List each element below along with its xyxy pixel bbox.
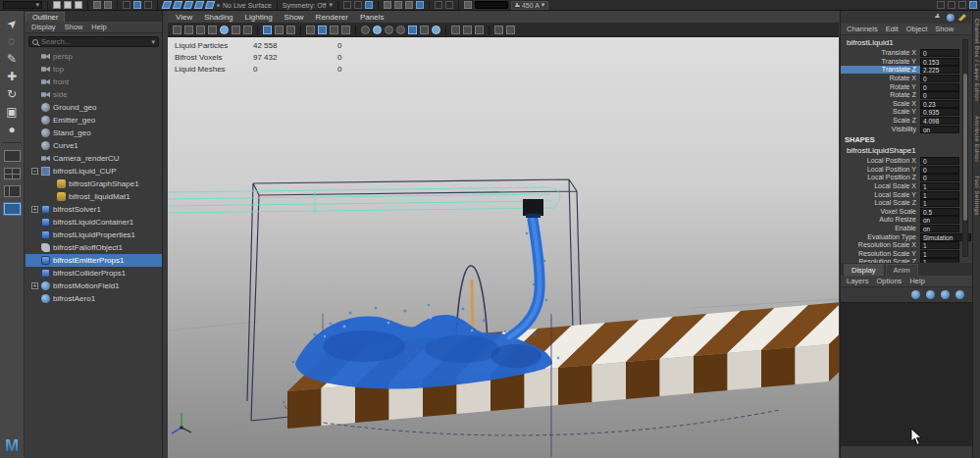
2d-pan-zoom-icon[interactable]: [232, 25, 240, 34]
ipr-render-icon[interactable]: [405, 1, 413, 9]
channel-row[interactable]: Local Position Y 0: [841, 166, 971, 175]
symmetry-dropdown[interactable]: Symmetry: Off: [283, 2, 327, 9]
channel-row[interactable]: Evaluation Type Simulation: [841, 232, 971, 241]
channel-row[interactable]: Auto Resize on: [841, 216, 971, 225]
layout-outliner-persp[interactable]: [4, 185, 21, 197]
layer-editor-menu-item[interactable]: Options: [877, 277, 903, 285]
search-input[interactable]: [41, 37, 148, 46]
channel-row[interactable]: Local Position Z 0: [841, 174, 971, 182]
new-scene-icon[interactable]: [53, 1, 61, 9]
expand-toggle-icon[interactable]: [47, 180, 54, 187]
menu-set-dropdown[interactable]: ▾: [3, 1, 42, 9]
shaded-icon[interactable]: [373, 25, 382, 34]
channel-row[interactable]: Local Scale Z 1: [841, 199, 971, 208]
expand-toggle-icon[interactable]: [31, 155, 38, 162]
image-plane-icon[interactable]: [220, 25, 229, 34]
move-layer-up-icon[interactable]: [941, 290, 950, 299]
node-name[interactable]: bifrostLiquid1: [841, 37, 971, 49]
channel-value-field[interactable]: 0.23: [920, 100, 959, 108]
grid-icon[interactable]: [263, 25, 272, 34]
channel-label[interactable]: Resolution Scale X: [841, 241, 920, 249]
outliner-item[interactable]: Stand_geo: [26, 127, 162, 139]
viewport-canvas[interactable]: Liquid Particles 42 558 0 Bifrost Voxels…: [168, 37, 839, 458]
inflow-tube-wireframe[interactable]: [168, 187, 560, 213]
pencil-icon[interactable]: [958, 14, 966, 22]
bookmark-icon[interactable]: [208, 25, 217, 34]
snap-to-point-icon[interactable]: [183, 1, 194, 9]
expand-toggle-icon[interactable]: [31, 117, 38, 124]
outliner-item[interactable]: bifrostEmitterProps1: [26, 254, 162, 267]
channel-row[interactable]: Visibility on: [841, 125, 971, 133]
channel-label[interactable]: Enable: [841, 225, 920, 232]
sep7[interactable]: [458, 1, 459, 10]
outliner-item[interactable]: − bifrostLiquid_CUP: [26, 165, 162, 178]
xray-icon[interactable]: [463, 25, 472, 34]
sepC[interactable]: [355, 25, 356, 35]
outliner-item[interactable]: Curve1: [26, 139, 162, 152]
workspace-icon[interactable]: [937, 1, 945, 9]
outliner-item[interactable]: top: [26, 63, 162, 76]
undo-icon[interactable]: [93, 1, 101, 9]
expand-toggle-icon[interactable]: +: [31, 282, 38, 289]
channel-value-field[interactable]: 0: [920, 91, 959, 99]
outliner-item[interactable]: front: [26, 76, 162, 88]
channel-row[interactable]: Local Scale X 1: [841, 182, 971, 191]
expand-toggle-icon[interactable]: [47, 193, 54, 200]
select-by-object-icon[interactable]: [133, 1, 141, 9]
channel-value-field[interactable]: 2.225: [920, 66, 959, 74]
viewport-menu-item[interactable]: View: [176, 13, 192, 22]
channel-label[interactable]: Evaluation Type: [841, 233, 920, 241]
outliner-item[interactable]: side: [26, 88, 162, 101]
snap-to-projected-center-icon[interactable]: [194, 1, 205, 9]
shape-node-name[interactable]: bifrostLiquidShape1: [841, 145, 971, 157]
camera-attributes-icon[interactable]: [196, 25, 205, 34]
expand-toggle-icon[interactable]: [31, 270, 38, 277]
frame-field[interactable]: [475, 1, 508, 9]
sep6[interactable]: [429, 1, 430, 10]
layer-editor-menu-item[interactable]: Help: [909, 277, 924, 285]
vertical-panel-tab[interactable]: Channel Box / Layer Editor: [974, 19, 980, 102]
channel-value-field[interactable]: 0: [920, 174, 959, 181]
channel-row[interactable]: Scale X 0.23: [841, 100, 971, 109]
layer-editor-menu-item[interactable]: Layers: [847, 277, 869, 285]
textured-icon[interactable]: [385, 25, 393, 34]
channel-label[interactable]: Local Position Z: [841, 174, 920, 181]
channel-row[interactable]: Rotate Z 0: [841, 91, 971, 100]
channel-row[interactable]: Scale Z 4.098: [841, 117, 971, 126]
render-settings-icon[interactable]: [416, 1, 424, 9]
rotate-tool[interactable]: ↻: [3, 85, 22, 103]
channel-label[interactable]: Visibility: [841, 126, 920, 133]
new-empty-layer-icon[interactable]: [911, 290, 920, 299]
channel-label[interactable]: Resolution Scale Y: [841, 250, 920, 258]
channel-row[interactable]: Translate X 0: [841, 49, 971, 58]
output-connections-icon[interactable]: [354, 1, 362, 9]
outliner-item[interactable]: bifrostColliderProps1: [26, 267, 162, 280]
expand-toggle-icon[interactable]: [31, 244, 38, 251]
channel-value-field[interactable]: 1: [920, 241, 959, 249]
channel-label[interactable]: Translate X: [841, 49, 920, 57]
expand-toggle-icon[interactable]: −: [31, 168, 38, 175]
channel-value-field[interactable]: 0.5: [920, 208, 959, 216]
channel-box-menu-item[interactable]: Object: [906, 25, 928, 33]
outliner-menu-item[interactable]: Show: [65, 23, 83, 31]
field-chart-icon[interactable]: [318, 25, 327, 34]
make-live-icon[interactable]: [217, 4, 220, 7]
channel-label[interactable]: Translate Z: [841, 66, 920, 74]
channel-row[interactable]: Rotate Y 0: [841, 82, 971, 91]
safe-action-icon[interactable]: [330, 25, 338, 34]
channel-label[interactable]: Local Position X: [841, 157, 920, 165]
expand-toggle-icon[interactable]: [31, 53, 38, 60]
viewport-menu-item[interactable]: Shading: [204, 13, 232, 22]
shadows-icon[interactable]: [408, 25, 417, 34]
channel-row[interactable]: Voxel Scale 0.5: [841, 208, 971, 217]
channel-label[interactable]: Scale Z: [841, 117, 920, 125]
sep4[interactable]: [337, 1, 338, 10]
outliner-item[interactable]: bifrostFalloffObject1: [26, 241, 162, 254]
vertical-panel-tab[interactable]: Tool Settings: [974, 176, 980, 216]
snap-to-view-plane-icon[interactable]: [205, 1, 216, 9]
outliner-item[interactable]: + bifrostSolver1: [26, 203, 162, 216]
outliner-item[interactable]: Emitter_geo: [26, 114, 162, 127]
sequencer-icon[interactable]: [506, 25, 515, 34]
outliner-item[interactable]: persp: [26, 50, 162, 63]
layer-editor-tab[interactable]: Display: [844, 264, 884, 276]
